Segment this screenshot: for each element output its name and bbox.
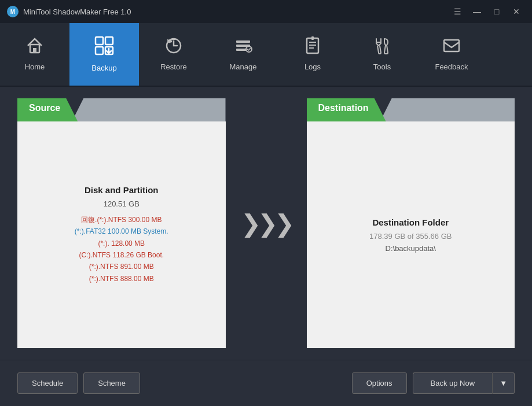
dest-used-size: 178.39 GB of 355.66 GB xyxy=(369,232,452,241)
source-total-size: 120.51 GB xyxy=(104,200,140,208)
nav-logs-label: Logs xyxy=(304,62,321,71)
nav-feedback-label: Feedback xyxy=(435,62,468,71)
app-title: MiniTool ShadowMaker Free 1.0 xyxy=(23,8,131,16)
svg-rect-15 xyxy=(311,36,314,40)
title-bar-left: M MiniTool ShadowMaker Free 1.0 xyxy=(7,6,131,17)
nav-restore-label: Restore xyxy=(160,62,187,71)
svg-rect-7 xyxy=(236,40,250,43)
home-icon xyxy=(25,36,44,58)
backup-now-dropdown[interactable]: ▼ xyxy=(492,372,515,394)
source-header-accent xyxy=(72,98,225,121)
manage-icon xyxy=(234,36,252,58)
partition-item-2: (*:). 128.00 MB xyxy=(75,238,168,249)
nav-item-feedback[interactable]: Feedback xyxy=(417,23,486,86)
destination-body[interactable]: Destination Folder 178.39 GB of 355.66 G… xyxy=(307,121,515,348)
nav-home-label: Home xyxy=(25,62,45,71)
maximize-button[interactable]: □ xyxy=(488,5,505,19)
scheme-button[interactable]: Scheme xyxy=(83,372,140,394)
arrow-area: ❯❯❯ xyxy=(243,98,289,348)
title-bar: M MiniTool ShadowMaker Free 1.0 ☰ — □ ✕ xyxy=(0,0,532,23)
nav-item-backup[interactable]: Backup xyxy=(69,23,139,86)
options-button[interactable]: Options xyxy=(352,372,407,394)
source-main-label: Disk and Partition xyxy=(85,185,159,195)
restore-icon xyxy=(164,36,183,58)
svg-rect-4 xyxy=(96,47,103,54)
minimize-button[interactable]: — xyxy=(468,5,486,19)
svg-rect-2 xyxy=(96,37,103,45)
nav-item-tools[interactable]: Tools xyxy=(347,23,417,86)
nav-item-manage[interactable]: Manage xyxy=(208,23,278,86)
app-logo: M xyxy=(7,6,19,17)
nav-item-home[interactable]: Home xyxy=(0,23,69,86)
close-button[interactable]: ✕ xyxy=(508,5,525,19)
nav-tools-label: Tools xyxy=(373,62,391,71)
main-content: Source Disk and Partition 120.51 GB 回復.(… xyxy=(0,87,532,360)
partition-item-1: (*:).FAT32 100.00 MB System. xyxy=(75,226,168,237)
backup-now-button[interactable]: Back up Now xyxy=(413,372,493,394)
partition-item-0: 回復.(*:).NTFS 300.00 MB xyxy=(75,214,168,226)
nav-item-logs[interactable]: Logs xyxy=(278,23,347,86)
partition-list: 回復.(*:).NTFS 300.00 MB (*:).FAT32 100.00… xyxy=(75,214,168,285)
logs-icon xyxy=(303,36,322,58)
window-controls: ☰ — □ ✕ xyxy=(449,5,525,19)
footer-right: Options Back up Now ▼ xyxy=(352,372,515,394)
nav-backup-label: Backup xyxy=(91,64,116,72)
svg-rect-1 xyxy=(33,48,36,53)
nav-bar: Home Backup Restore xyxy=(0,23,532,87)
schedule-button[interactable]: Schedule xyxy=(17,372,78,394)
source-header-label: Source xyxy=(17,98,78,121)
destination-header-accent xyxy=(380,98,515,121)
dest-path: D:\backupdata\ xyxy=(386,244,436,253)
partition-item-3: (C:).NTFS 118.26 GB Boot. xyxy=(75,249,168,261)
nav-manage-label: Manage xyxy=(230,62,257,71)
footer-left: Schedule Scheme xyxy=(17,372,140,394)
svg-rect-3 xyxy=(105,37,113,45)
feedback-icon xyxy=(442,36,461,58)
svg-rect-17 xyxy=(444,40,459,51)
source-body[interactable]: Disk and Partition 120.51 GB 回復.(*:).NTF… xyxy=(17,121,226,348)
source-panel[interactable]: Source Disk and Partition 120.51 GB 回復.(… xyxy=(17,98,226,348)
partition-item-5: (*:).NTFS 888.00 MB xyxy=(75,273,168,285)
backup-icon xyxy=(94,35,115,59)
menu-button[interactable]: ☰ xyxy=(449,5,466,19)
footer: Schedule Scheme Options Back up Now ▼ xyxy=(0,360,532,406)
nav-item-restore[interactable]: Restore xyxy=(139,23,208,86)
tools-icon xyxy=(373,36,391,58)
destination-header-label: Destination xyxy=(307,98,386,121)
destination-panel[interactable]: Destination Destination Folder 178.39 GB… xyxy=(307,98,515,348)
forward-arrows: ❯❯❯ xyxy=(241,209,291,238)
dest-main-label: Destination Folder xyxy=(372,217,449,227)
partition-item-4: (*:).NTFS 891.00 MB xyxy=(75,261,168,272)
